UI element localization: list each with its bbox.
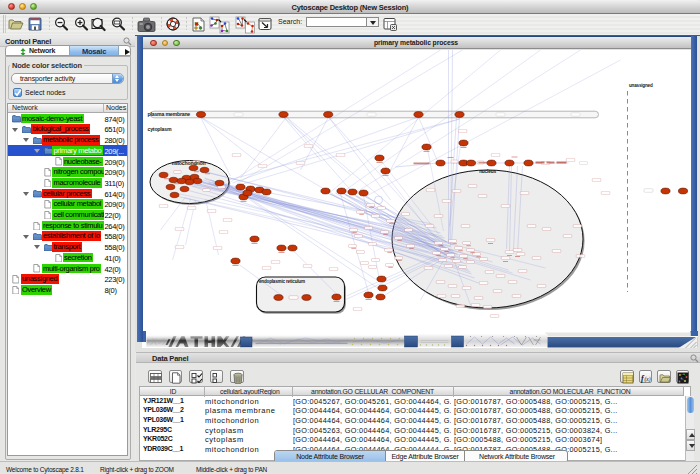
svg-text:nucleus: nucleus <box>479 169 496 174</box>
svg-text:plasma membrane: plasma membrane <box>147 111 190 117</box>
svg-text:cytoplasm: cytoplasm <box>147 126 171 132</box>
svg-text:unassigned: unassigned <box>629 83 653 88</box>
svg-text:endoplasmic reticulum: endoplasmic reticulum <box>259 279 305 284</box>
svg-text:(x): (x) <box>645 376 651 383</box>
svg-text:mitochondrion: mitochondrion <box>171 160 205 166</box>
